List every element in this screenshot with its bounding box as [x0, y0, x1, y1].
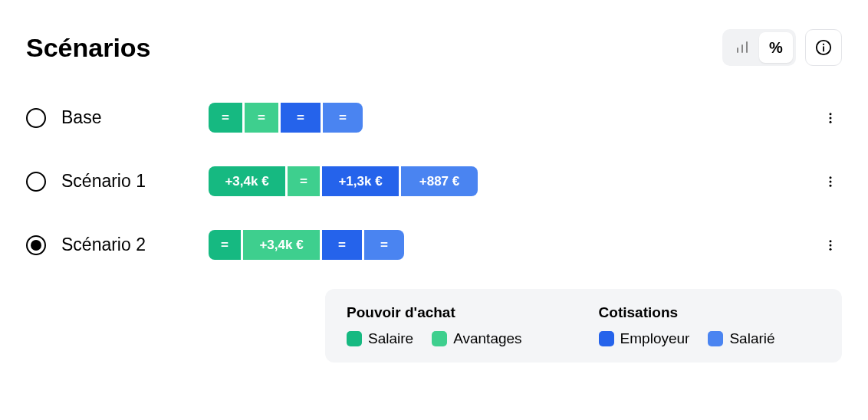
- segment-salaire: =: [209, 103, 242, 133]
- segments: +3,4k € = +1,3k € +887 €: [209, 166, 804, 196]
- segment-avantages: =: [245, 103, 278, 133]
- svg-point-9: [830, 176, 832, 179]
- legend-title: Cotisations: [599, 304, 775, 321]
- segment-avantages: =: [288, 166, 320, 196]
- scenario-name: Base: [61, 107, 193, 128]
- more-vertical-icon: [824, 238, 837, 252]
- segment-employeur: =: [281, 103, 321, 133]
- svg-point-6: [830, 113, 832, 115]
- segment-avantages: +3,4k €: [243, 230, 320, 260]
- segment-salarie: =: [323, 103, 363, 133]
- legend-item-salarie: Salarié: [708, 330, 774, 347]
- info-icon: [815, 39, 832, 56]
- legend-group-pouvoir: Pouvoir d'achat Salaire Avantages: [347, 304, 522, 347]
- legend-label: Employeur: [620, 330, 690, 347]
- legend-items: Salaire Avantages: [347, 330, 522, 347]
- scenario-row-base: Base = = = =: [26, 103, 842, 133]
- segment-salaire: =: [209, 230, 241, 260]
- legend-item-salaire: Salaire: [347, 330, 413, 347]
- scenarios-list: Base = = = = Scénario 1 +3,4k € = +1,3k …: [26, 103, 842, 260]
- segments: = = = =: [209, 103, 804, 133]
- segment-employeur: +1,3k €: [322, 166, 399, 196]
- bar-chart-icon: [735, 40, 750, 55]
- segment-salaire: +3,4k €: [209, 166, 285, 196]
- header-controls: %: [722, 29, 842, 66]
- svg-point-12: [830, 240, 832, 242]
- legend: Pouvoir d'achat Salaire Avantages Cotisa…: [325, 289, 842, 363]
- svg-point-14: [830, 248, 832, 250]
- svg-point-11: [830, 184, 832, 186]
- radio-scenario-1[interactable]: [26, 172, 46, 192]
- radio-base[interactable]: [26, 108, 46, 128]
- scenario-row-2: Scénario 2 = +3,4k € = =: [26, 230, 842, 260]
- more-button[interactable]: [819, 107, 842, 130]
- legend-label: Avantages: [453, 330, 521, 347]
- svg-point-7: [830, 116, 832, 119]
- view-toggle-group: %: [722, 29, 796, 66]
- swatch-avantages: [432, 331, 447, 346]
- svg-point-13: [830, 244, 832, 246]
- swatch-employeur: [599, 331, 614, 346]
- chart-toggle[interactable]: [725, 32, 759, 63]
- swatch-salarie: [708, 331, 723, 346]
- legend-title: Pouvoir d'achat: [347, 304, 522, 321]
- radio-scenario-2[interactable]: [26, 235, 46, 255]
- legend-group-cotisations: Cotisations Employeur Salarié: [599, 304, 775, 347]
- more-vertical-icon: [824, 111, 837, 125]
- legend-item-avantages: Avantages: [432, 330, 521, 347]
- segments: = +3,4k € = =: [209, 230, 804, 260]
- scenario-name: Scénario 2: [61, 235, 193, 255]
- more-button[interactable]: [819, 170, 842, 193]
- svg-point-10: [830, 180, 832, 182]
- legend-label: Salarié: [729, 330, 774, 347]
- segment-salarie: +887 €: [401, 166, 478, 196]
- legend-item-employeur: Employeur: [599, 330, 690, 347]
- more-button[interactable]: [819, 234, 842, 257]
- page-title: Scénarios: [26, 33, 151, 63]
- segment-salarie: =: [364, 230, 404, 260]
- legend-label: Salaire: [368, 330, 413, 347]
- scenario-name: Scénario 1: [61, 171, 193, 192]
- svg-point-5: [823, 44, 824, 45]
- svg-point-8: [830, 120, 832, 123]
- segment-employeur: =: [322, 230, 362, 260]
- more-vertical-icon: [824, 175, 837, 189]
- scenario-row-1: Scénario 1 +3,4k € = +1,3k € +887 €: [26, 166, 842, 196]
- swatch-salaire: [347, 331, 362, 346]
- legend-items: Employeur Salarié: [599, 330, 775, 347]
- percent-toggle[interactable]: %: [759, 32, 793, 63]
- info-button[interactable]: [805, 29, 842, 66]
